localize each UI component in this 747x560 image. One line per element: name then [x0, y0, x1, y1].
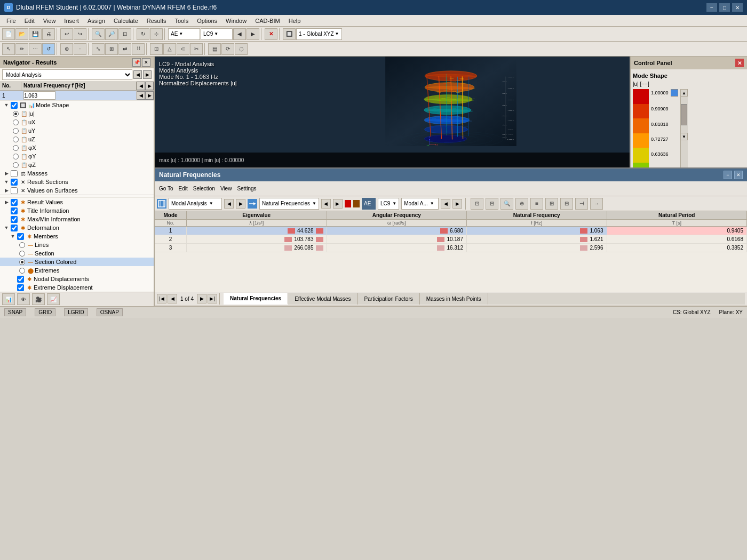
- bp-tb-btn4[interactable]: ⊕: [515, 198, 528, 210]
- bp-analysis-next[interactable]: ▶: [236, 199, 245, 209]
- minimize-button[interactable]: −: [706, 3, 717, 12]
- tb-3d-view[interactable]: 🔲: [283, 28, 296, 40]
- menu-options[interactable]: Options: [193, 17, 221, 25]
- bp-goto-label[interactable]: Go To: [157, 186, 176, 191]
- tree-expand-title-info[interactable]: [3, 207, 10, 214]
- maximize-button[interactable]: □: [719, 3, 730, 12]
- tree-check-nodal[interactable]: [17, 276, 24, 283]
- radio-extremes[interactable]: [19, 268, 25, 274]
- bp-type-prev[interactable]: ◀: [321, 199, 331, 209]
- tab-participation-factors[interactable]: Participation Factors: [358, 293, 420, 305]
- tb-lc-number-dropdown[interactable]: LC9 ▼: [201, 28, 233, 40]
- tb2-revolve[interactable]: ◌: [235, 43, 248, 55]
- menu-assign[interactable]: Assign: [83, 17, 109, 25]
- nav-prev-btn[interactable]: ◀: [133, 70, 142, 79]
- bp-analysis-prev[interactable]: ◀: [224, 199, 234, 209]
- scroll-down-arrow[interactable]: ▼: [680, 133, 688, 140]
- tb2-arr[interactable]: ⠿: [132, 43, 145, 55]
- tb-view-dropdown[interactable]: 1 - Global XYZ ▼: [296, 28, 342, 40]
- table-row-2[interactable]: 2 103.783 10.187 1.621 0.6168: [155, 235, 747, 244]
- bp-settings-label[interactable]: Settings: [235, 186, 258, 191]
- bp-prev-btn[interactable]: ◀: [168, 294, 177, 303]
- nav-pin-btn[interactable]: 📌: [132, 58, 141, 67]
- tree-item-ux[interactable]: 📋 uX: [0, 118, 154, 126]
- bp-tb-btn1[interactable]: ⊡: [471, 198, 483, 210]
- tb2-axis[interactable]: ⊕: [60, 43, 73, 55]
- status-grid-btn[interactable]: GRID: [35, 308, 55, 316]
- tb2-sweep[interactable]: ⟳: [221, 43, 234, 55]
- tree-check-result-sections[interactable]: [11, 179, 18, 186]
- tree-item-members[interactable]: ▼ ✱ Members: [0, 232, 154, 241]
- bp-next-btn[interactable]: ▶: [197, 294, 206, 303]
- tree-item-lines[interactable]: — Lines: [0, 241, 154, 249]
- tb2-1[interactable]: ↖: [2, 43, 15, 55]
- tree-check-maxmin-info[interactable]: [11, 216, 18, 223]
- radio-section[interactable]: [19, 251, 25, 257]
- menu-results[interactable]: Results: [142, 17, 171, 25]
- tree-item-section[interactable]: — Section: [0, 249, 154, 258]
- radio-ux[interactable]: [13, 119, 19, 125]
- bp-type-dropdown[interactable]: Natural Frequencies ▼: [259, 198, 319, 210]
- tree-item-maxmin-info[interactable]: ✱ Max/Min Information: [0, 215, 154, 223]
- status-osnap-btn[interactable]: OSNAP: [97, 308, 123, 316]
- tb2-move[interactable]: ⤡: [92, 43, 105, 55]
- tb-undo[interactable]: ↩: [60, 28, 73, 40]
- nav-bottom-chart-icon[interactable]: 📈: [47, 293, 60, 305]
- bp-tb-btn9[interactable]: →: [590, 198, 603, 210]
- tree-check-extreme-disp[interactable]: [17, 284, 24, 291]
- bp-minimize-btn[interactable]: −: [724, 171, 732, 179]
- tb-open[interactable]: 📂: [15, 28, 28, 40]
- tab-masses-in-mesh-points[interactable]: Masses in Mesh Points: [420, 293, 488, 305]
- tb-next-lc[interactable]: ▶: [247, 28, 259, 40]
- bp-mode-dropdown[interactable]: Modal A... ▼: [401, 198, 439, 210]
- tree-item-mode-shape[interactable]: ▼ 🔲 📊 Mode Shape: [0, 101, 154, 109]
- tb2-proj[interactable]: △: [163, 43, 176, 55]
- radio-abs-u[interactable]: [13, 111, 19, 117]
- scroll-thumb[interactable]: [681, 104, 687, 125]
- nav-freq-input[interactable]: [23, 91, 55, 100]
- tree-item-uz[interactable]: 📋 uZ: [0, 135, 154, 143]
- menu-file[interactable]: File: [2, 17, 20, 25]
- menu-window[interactable]: Window: [221, 17, 251, 25]
- bp-selection-label[interactable]: Selection: [191, 186, 217, 191]
- nav-analysis-dropdown[interactable]: Modal Analysis: [2, 69, 132, 80]
- bp-lc9-dropdown[interactable]: LC9 ▼: [378, 198, 399, 210]
- bp-type-next[interactable]: ▶: [333, 199, 343, 209]
- tb2-rotate[interactable]: ↺: [42, 43, 55, 55]
- table-row-3[interactable]: 3 266.085 16.312 2.596 0.3852: [155, 244, 747, 252]
- tree-check-values-surfaces[interactable]: [11, 187, 18, 194]
- bp-tb-btn6[interactable]: ⊞: [545, 198, 558, 210]
- tb-select[interactable]: ⊹: [150, 28, 163, 40]
- bp-close-btn[interactable]: ✕: [734, 171, 743, 179]
- menu-edit[interactable]: Edit: [20, 17, 39, 25]
- tree-item-title-info[interactable]: ✱ Title Information: [0, 206, 154, 215]
- tree-expand-result-values[interactable]: ▶: [3, 199, 10, 205]
- tb-zoom-in[interactable]: 🔍: [92, 28, 105, 40]
- tb-redo[interactable]: ↪: [74, 28, 86, 40]
- radio-phiz[interactable]: [13, 162, 19, 168]
- tb2-node[interactable]: ·: [74, 43, 86, 55]
- bp-last-btn[interactable]: ▶|: [208, 294, 217, 303]
- cp-scale-scrollbar[interactable]: ▲ ▼: [680, 89, 688, 167]
- tree-expand-values-surfaces[interactable]: ▶: [3, 187, 10, 194]
- tree-check-mode-shape[interactable]: [11, 102, 18, 109]
- tb-loadcase-dropdown[interactable]: AE ▼: [168, 28, 200, 40]
- menu-view[interactable]: View: [39, 17, 60, 25]
- tree-expand-masses[interactable]: ▶: [3, 170, 10, 177]
- menu-calculate[interactable]: Calculate: [109, 17, 142, 25]
- bp-first-btn[interactable]: |◀: [157, 294, 166, 303]
- tb2-3[interactable]: ⋯: [29, 43, 42, 55]
- menu-cadbim[interactable]: CAD-BIM: [251, 17, 284, 25]
- tree-item-extreme-displacement[interactable]: ✱ Extreme Displacement: [0, 283, 154, 292]
- tb-prev-lc[interactable]: ◀: [233, 28, 246, 40]
- nav-row-next[interactable]: ▶: [145, 91, 154, 100]
- bp-tb-btn2[interactable]: ⊟: [486, 198, 498, 210]
- tree-item-result-sections[interactable]: ▼ ✕ Result Sections: [0, 178, 154, 186]
- tb-close-res[interactable]: ✕: [265, 28, 277, 40]
- radio-lines[interactable]: [19, 242, 25, 248]
- nav-bottom-view-icon[interactable]: 👁: [17, 293, 30, 305]
- tree-item-nodal-displacements[interactable]: ✱ Nodal Displacements: [0, 275, 154, 283]
- tree-expand-mode-shape[interactable]: ▼: [3, 102, 10, 108]
- radio-section-colored[interactable]: [19, 259, 25, 265]
- cp-close-button[interactable]: ✕: [735, 59, 744, 67]
